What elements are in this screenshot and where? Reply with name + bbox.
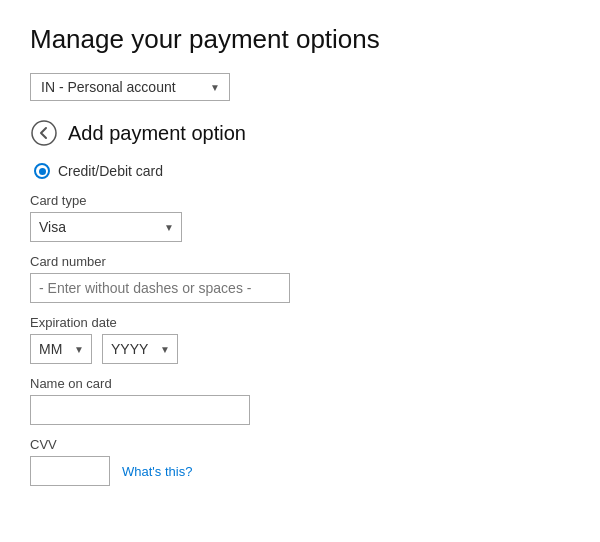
name-on-card-label: Name on card <box>30 376 570 391</box>
svg-point-0 <box>32 121 56 145</box>
card-form: Card type Visa Mastercard American Expre… <box>30 193 570 486</box>
credit-debit-radio[interactable] <box>34 163 50 179</box>
cvv-label: CVV <box>30 437 570 452</box>
expiry-row: MM 010203 040506 070809 101112 YYYY 2024… <box>30 334 570 364</box>
back-icon[interactable] <box>30 119 58 147</box>
year-select-wrapper: YYYY 202420252026 2027202820292030 <box>102 334 178 364</box>
card-number-label: Card number <box>30 254 570 269</box>
expiration-label: Expiration date <box>30 315 570 330</box>
account-select-wrapper: IN - Personal account <box>30 73 230 101</box>
card-type-select[interactable]: Visa Mastercard American Express <box>30 212 182 242</box>
add-payment-row: Add payment option <box>30 119 570 147</box>
credit-debit-label: Credit/Debit card <box>58 163 163 179</box>
add-payment-label: Add payment option <box>68 122 246 145</box>
cvv-row: What's this? <box>30 456 570 486</box>
card-number-input[interactable] <box>30 273 290 303</box>
card-type-select-wrapper: Visa Mastercard American Express <box>30 212 182 242</box>
name-on-card-input[interactable] <box>30 395 250 425</box>
expiration-group: Expiration date MM 010203 040506 070809 … <box>30 315 570 364</box>
month-select[interactable]: MM 010203 040506 070809 101112 <box>30 334 92 364</box>
page-title: Manage your payment options <box>30 24 570 55</box>
account-select[interactable]: IN - Personal account <box>30 73 230 101</box>
whats-this-link[interactable]: What's this? <box>122 464 192 479</box>
cvv-group: CVV What's this? <box>30 437 570 486</box>
payment-type-row: Credit/Debit card <box>34 163 570 179</box>
month-select-wrapper: MM 010203 040506 070809 101112 <box>30 334 92 364</box>
radio-inner-dot <box>39 168 46 175</box>
card-type-group: Card type Visa Mastercard American Expre… <box>30 193 570 242</box>
card-type-label: Card type <box>30 193 570 208</box>
year-select[interactable]: YYYY 202420252026 2027202820292030 <box>102 334 178 364</box>
name-on-card-group: Name on card <box>30 376 570 425</box>
cvv-input[interactable] <box>30 456 110 486</box>
card-number-group: Card number <box>30 254 570 303</box>
